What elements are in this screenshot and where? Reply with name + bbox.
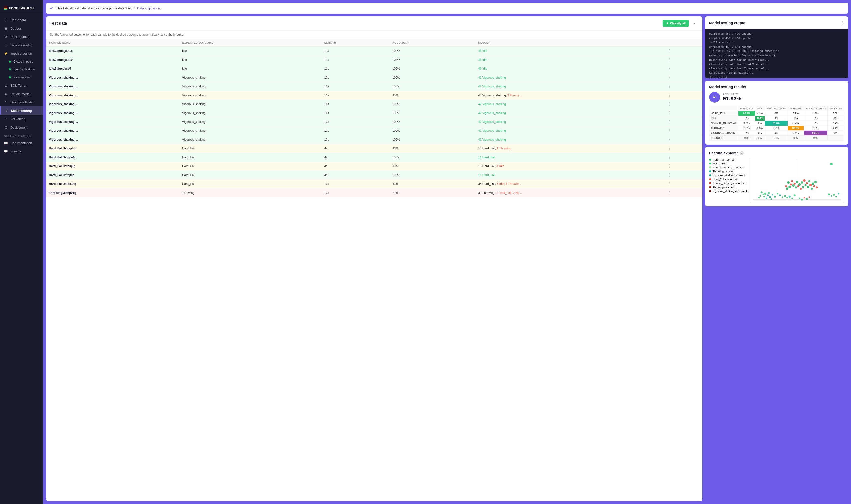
legend-dot xyxy=(709,190,711,192)
row-menu-button[interactable]: ⋮ xyxy=(668,137,671,142)
legend-label: Vigorous_shaking - incorrect xyxy=(712,190,747,193)
accuracy-cell: 100% xyxy=(390,46,475,55)
console-line: Tue Aug 23 07:58:20 2022 Finished embedd… xyxy=(709,49,844,54)
table-row: Idle.3afuceju.s15 Idle 11s 100% 46 Idle … xyxy=(46,46,702,55)
row-menu-button[interactable]: ⋮ xyxy=(668,173,671,177)
sidebar-item-devices[interactable]: ▣ Devices xyxy=(0,24,43,33)
sidebar-item-retrain-model[interactable]: ↻ Retrain model xyxy=(0,90,43,98)
row-menu-button[interactable]: ⋮ xyxy=(668,146,671,151)
row-menu-button[interactable]: ⋮ xyxy=(668,155,671,160)
sidebar-item-forums[interactable]: 💬 Forums xyxy=(0,147,43,155)
matrix-col-header: UNCERTAIN xyxy=(828,106,844,111)
row-menu-button[interactable]: ⋮ xyxy=(668,49,671,53)
result-value: 10 Hard_Fall xyxy=(478,147,495,150)
sample-name-cell: Vigorous_shaking.... xyxy=(46,91,179,100)
row-menu-button[interactable]: ⋮ xyxy=(668,93,671,97)
row-menu-button[interactable]: ⋮ xyxy=(668,102,671,106)
row-menu-button[interactable]: ⋮ xyxy=(668,181,671,186)
row-actions-cell: ⋮ xyxy=(665,135,702,144)
sidebar-item-data-acquisition[interactable]: ≡ Data acquisition xyxy=(0,41,43,49)
row-menu-button[interactable]: ⋮ xyxy=(668,120,671,124)
table-row: Idle.3afuceju.s5 Idle 11s 100% 46 Idle ⋮ xyxy=(46,64,702,73)
check-icon: ✓ xyxy=(5,109,8,112)
sidebar-item-versioning[interactable]: ⑂ Versioning xyxy=(0,115,43,123)
row-actions-cell: ⋮ xyxy=(665,100,702,109)
matrix-cell: 0.83 xyxy=(739,136,755,141)
matrix-cell: 2.1% xyxy=(828,126,844,131)
row-menu-button[interactable]: ⋮ xyxy=(668,164,671,168)
result-cell: 42 Vigorous_shaking xyxy=(475,100,665,109)
matrix-data-row: NORMAL_CARRYING1.0%0%91.8%5.4%0%1.7% xyxy=(709,121,844,126)
more-options-button[interactable]: ⋮ xyxy=(691,20,698,26)
result-value: 10 Hard_Fall xyxy=(478,164,495,168)
sample-name-cell: Vigorous_shaking.... xyxy=(46,118,179,126)
sidebar-item-spectral-features[interactable]: Spectral features xyxy=(0,66,43,73)
result-cell: 46 Idle xyxy=(475,55,665,64)
test-data-title: Test data xyxy=(50,21,67,25)
result-value: 42 Vigorous_shaking xyxy=(478,85,506,88)
result-warn-value: 1 Idle xyxy=(497,164,504,168)
svg-point-45 xyxy=(786,197,788,198)
table-row: Vigorous_shaking.... Vigorous_shaking 10… xyxy=(46,118,702,126)
sidebar-item-dashboard[interactable]: ⊞ Dashboard xyxy=(0,16,43,24)
sidebar-item-data-sources[interactable]: ◈ Data sources xyxy=(0,33,43,41)
sidebar-item-eon-tuner[interactable]: ⊙ EON Tuner xyxy=(0,81,43,90)
row-menu-button[interactable]: ⋮ xyxy=(668,66,671,71)
svg-point-5 xyxy=(764,193,766,195)
length-cell: 11s xyxy=(321,55,390,64)
svg-point-53 xyxy=(838,193,839,194)
output-collapse-header[interactable]: Model testing output ∧ xyxy=(705,17,848,29)
sidebar-item-deployment[interactable]: ⬡ Deployment xyxy=(0,123,43,131)
accuracy-cell: 100% xyxy=(390,73,475,82)
row-menu-button[interactable]: ⋮ xyxy=(668,111,671,115)
length-cell: 10s xyxy=(321,109,390,118)
result-cell: 42 Vigorous_shaking xyxy=(475,109,665,118)
matrix-cell: 1.7% xyxy=(828,121,844,126)
svg-point-50 xyxy=(831,195,832,197)
length-cell: 10s xyxy=(321,135,390,144)
sidebar-navigation: ⊞ Dashboard ▣ Devices ◈ Data sources ≡ D… xyxy=(0,14,43,504)
classify-all-button[interactable]: ✦ Classify all xyxy=(663,20,689,27)
row-menu-button[interactable]: ⋮ xyxy=(668,57,671,62)
matrix-col-header: THROWING xyxy=(788,106,804,111)
sidebar-item-create-impulse[interactable]: Create impulse xyxy=(0,58,43,66)
test-data-header: Test data ✦ Classify all ⋮ xyxy=(46,17,702,31)
matrix-cell: 6.5% xyxy=(804,126,828,131)
matrix-cell: 82.4% xyxy=(739,111,755,116)
matrix-cell: 1.0% xyxy=(739,121,755,126)
result-cell: 42 Vigorous_shaking xyxy=(475,82,665,91)
expected-outcome-cell: Hard_Fall xyxy=(179,179,321,188)
help-icon[interactable]: ? xyxy=(740,151,744,155)
row-menu-button[interactable]: ⋮ xyxy=(668,84,671,89)
row-menu-button[interactable]: ⋮ xyxy=(668,190,671,195)
row-menu-button[interactable]: ⋮ xyxy=(668,128,671,133)
sample-name-cell: Vigorous_shaking.... xyxy=(46,109,179,118)
matrix-cell: 0% xyxy=(755,131,764,136)
legend-label: Idle - correct xyxy=(712,162,728,165)
expected-outcome-cell: Hard_Fall xyxy=(179,144,321,153)
legend-item: Hard_Fall - incorrect xyxy=(709,178,747,181)
sidebar-logo: EDGE IMPULSE xyxy=(0,0,43,14)
row-menu-button[interactable]: ⋮ xyxy=(668,75,671,80)
classify-icon: ✦ xyxy=(666,22,669,25)
svg-point-30 xyxy=(802,186,804,188)
sidebar-item-documentation[interactable]: 📖 Documentation xyxy=(0,139,43,147)
console-line: Classifying data for NN Classifier... xyxy=(709,58,844,62)
legend-item: Normal_carrying - correct xyxy=(709,166,747,169)
console-line: Reducing dimensions for visualizations O… xyxy=(709,54,844,58)
grid-icon: ⊞ xyxy=(4,18,8,22)
matrix-row-label: HARD_FALL xyxy=(709,111,739,116)
sidebar-item-model-testing[interactable]: ✓ Model testing xyxy=(0,106,43,115)
sidebar-item-impulse-design[interactable]: ⚡ Impulse design xyxy=(0,49,43,58)
svg-point-42 xyxy=(814,181,817,183)
svg-point-29 xyxy=(801,181,803,184)
expected-outcome-cell: Idle xyxy=(179,64,321,73)
matrix-cell: 0% xyxy=(765,131,788,136)
accuracy-badge: % ACCURACY 91.93% xyxy=(709,92,844,103)
result-cell: 46 Idle xyxy=(475,64,665,73)
result-value: 46 Idle xyxy=(478,58,487,61)
sidebar-item-live-classification[interactable]: 〜 Live classification xyxy=(0,98,43,106)
svg-point-7 xyxy=(758,197,760,198)
sidebar-item-nn-classifier[interactable]: NN Classifier xyxy=(0,73,43,81)
data-acquisition-link[interactable]: Data acquisition xyxy=(137,6,160,10)
